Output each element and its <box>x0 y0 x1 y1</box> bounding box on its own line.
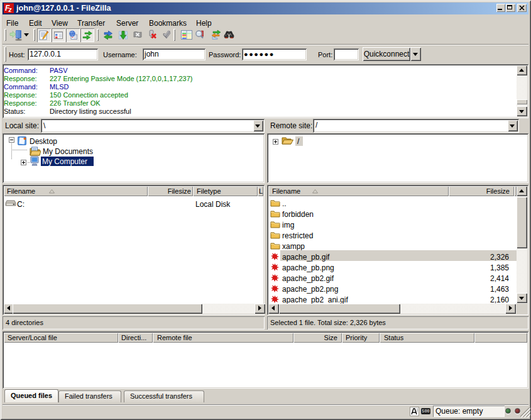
svg-text:z: z <box>8 6 12 13</box>
